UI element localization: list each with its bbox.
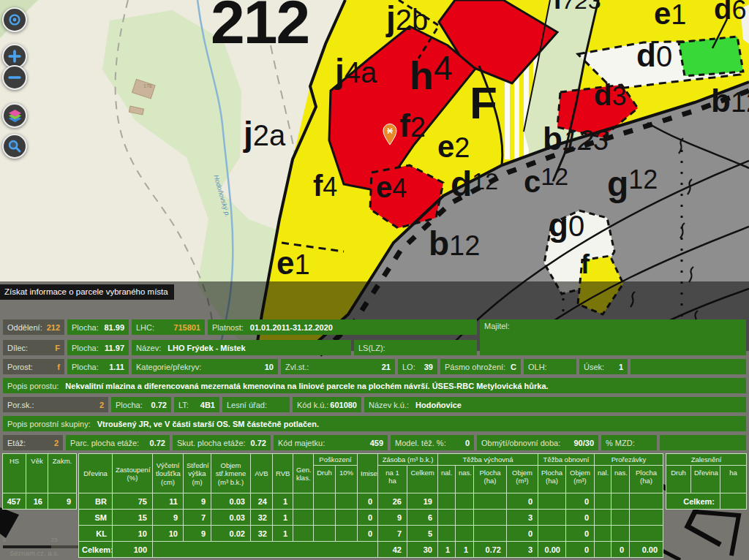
field-plocha-porost: Plocha:1.11 (67, 359, 129, 374)
locate-icon (7, 12, 23, 28)
hs-value: 457 (3, 493, 26, 510)
cell (293, 526, 314, 542)
parcel-label-e2: e2 (437, 132, 470, 162)
cell: 7 (378, 526, 407, 542)
parcel-label-e1-bottom: e1 (276, 247, 310, 279)
field-oddeleni: Oddělení:212 (3, 319, 64, 335)
field-popis-skupiny: Popis porostní skupiny:Vtroušený JR, ve … (3, 416, 746, 431)
cell: 0 (566, 510, 595, 526)
table-row-br: BR751190.032410261900 (79, 493, 663, 510)
search-button[interactable] (2, 134, 27, 159)
cell: 3 (507, 542, 538, 558)
field-zvlst: Zvl.st.:21 (281, 359, 395, 374)
parcel-label-f-small: f (581, 251, 590, 278)
parcel-label-e4: e4 (376, 173, 407, 202)
parcel-label-f2: f2 (399, 110, 426, 142)
cell: 1 (456, 542, 474, 558)
cell (336, 510, 358, 526)
cell: 9 (153, 510, 184, 526)
table-row: 457 16 9 (3, 493, 77, 510)
zoom-out-button[interactable] (2, 65, 27, 90)
parcel-label-j2b: j2b (386, 1, 428, 35)
search-icon (7, 138, 23, 154)
cell: 3 (507, 510, 538, 526)
group-prorezavky: Prořezávky (595, 454, 663, 466)
cell: 0.03 (211, 493, 251, 510)
cell: 26 (378, 493, 407, 510)
vek-header: Věk (26, 454, 48, 493)
col-zastoupeni: Zastoupení (%) (113, 454, 153, 493)
col-zal-drevina: Dřevina (691, 466, 720, 493)
cell (538, 510, 566, 526)
parcel-label-f4: f4 (313, 171, 337, 200)
field-plocha-porsk: Plocha:0.72 (111, 397, 171, 412)
col-zal-ha: ha (720, 466, 747, 493)
vek-value: 16 (26, 493, 48, 510)
zoom-out-icon (7, 69, 23, 86)
col-avb: AVB (251, 454, 273, 493)
map-attribution: Seznam.cz, a.s. (10, 549, 59, 557)
table-row-total: Celkem: 100 4230110.7230.00000.00 (79, 542, 663, 558)
zal-total-label: Celkem: (666, 493, 720, 510)
field-skut-plocha: Skut. plocha etáže:0.72 (173, 435, 271, 450)
parcel-label-j4a: j4a (335, 54, 377, 88)
field-olh: OLH: (524, 359, 576, 374)
total-spacer (153, 542, 378, 558)
cell: 0.72 (474, 542, 507, 558)
cell (293, 493, 314, 510)
col-drevina: Dřevina (79, 454, 113, 493)
cell (438, 510, 456, 526)
cell (595, 493, 611, 510)
cell: 1 (438, 542, 456, 558)
zal-total-value (720, 493, 747, 510)
cell: 24 (251, 493, 273, 510)
cell: 6 (407, 510, 438, 526)
col-plocha-vych: Plocha (ha) (474, 466, 507, 493)
empty-field-row7 (660, 435, 746, 450)
col-druh: Druh (314, 466, 336, 493)
field-lo: LO:39 (398, 359, 437, 374)
cell: 7 (184, 510, 211, 526)
group-zalesneni: Zalesnění (666, 454, 747, 466)
field-kod-majetku: Kód majetku:459 (274, 435, 388, 450)
cell: 10 (153, 526, 184, 542)
parcel-label-b12-right: b12 (711, 85, 749, 117)
table-row-zal-total: Celkem: (666, 493, 747, 510)
cell (456, 526, 474, 542)
col-objem-obn: Objem (m³) (566, 466, 595, 493)
cell: 0 (358, 493, 378, 510)
group-zasoba: Zásoba (m³ b.k.) (378, 454, 438, 466)
cell: SM (79, 510, 113, 526)
field-lesni-urad: Lesní úřad: (222, 397, 290, 412)
parcel-label-b12: b12 (429, 227, 480, 260)
cell (293, 510, 314, 526)
locate-button[interactable] (2, 7, 27, 32)
cell: 0 (507, 526, 538, 542)
empty-field-row3 (631, 359, 746, 374)
cell (438, 526, 456, 542)
parcel-label-d0: d0 (636, 39, 672, 72)
cell: 1 (273, 526, 293, 542)
field-parc-plocha: Parc. plocha etáže:0.72 (66, 435, 170, 450)
cell: 9 (378, 510, 407, 526)
cell: 75 (113, 493, 153, 510)
cell: 0 (566, 493, 595, 510)
col-plocha-obn: Plocha (ha) (538, 466, 566, 493)
field-nazev-ku: Název k.ú.:Hodoňovice (364, 397, 746, 412)
cell: 5 (407, 526, 438, 542)
cell: 0.00 (630, 542, 663, 558)
field-etaz: Etáž:2 (3, 435, 63, 450)
parcel-label-g0: g0 (549, 209, 584, 241)
cell (474, 493, 507, 510)
zoom-in-icon (7, 48, 23, 64)
field-usek: Úsek:1 (579, 359, 628, 374)
layers-icon (7, 107, 23, 124)
map-application-window: 212 j2b j4a h4 j2a f2 e2 F e1 d6 d0 d3 b… (0, 0, 749, 560)
col-nal-vych: nal. (438, 466, 456, 493)
parcel-label-g12: g12 (607, 167, 658, 202)
layers-button[interactable] (2, 103, 27, 128)
total-zastoupeni: 100 (113, 542, 153, 558)
zalesneni-table: Zalesnění Druh Dřevina ha Celkem: (666, 453, 747, 510)
cell: 1 (273, 493, 293, 510)
cell (611, 493, 630, 510)
